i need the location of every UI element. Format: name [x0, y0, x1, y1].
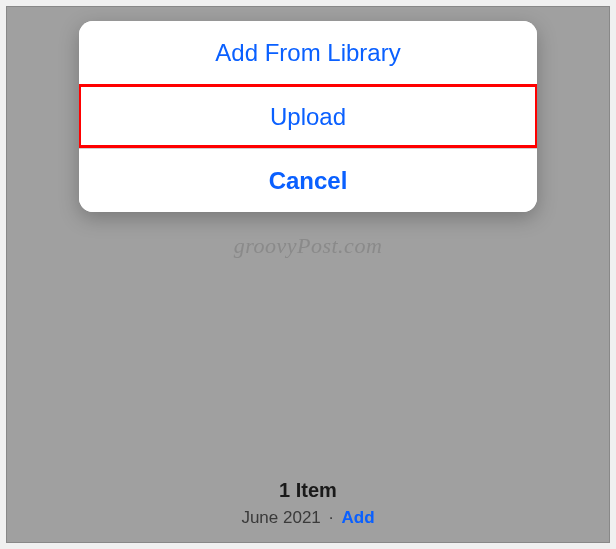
upload-button[interactable]: Upload	[79, 85, 537, 148]
date-text: June 2021	[241, 508, 320, 528]
add-from-library-button[interactable]: Add From Library	[79, 21, 537, 84]
item-count: 1 Item	[7, 479, 609, 502]
watermark-text: groovyPost.com	[234, 233, 383, 259]
cancel-label: Cancel	[269, 167, 348, 195]
cancel-button[interactable]: Cancel	[79, 149, 537, 212]
separator: ·	[329, 508, 334, 528]
upload-label: Upload	[270, 103, 346, 131]
add-from-library-label: Add From Library	[215, 39, 400, 67]
footer-info: 1 Item June 2021 · Add	[7, 479, 609, 528]
screenshot-frame: Add From Library Upload Cancel groovyPos…	[6, 6, 610, 543]
date-row: June 2021 · Add	[7, 508, 609, 528]
action-sheet: Add From Library Upload Cancel	[79, 21, 537, 212]
add-link[interactable]: Add	[342, 508, 375, 528]
